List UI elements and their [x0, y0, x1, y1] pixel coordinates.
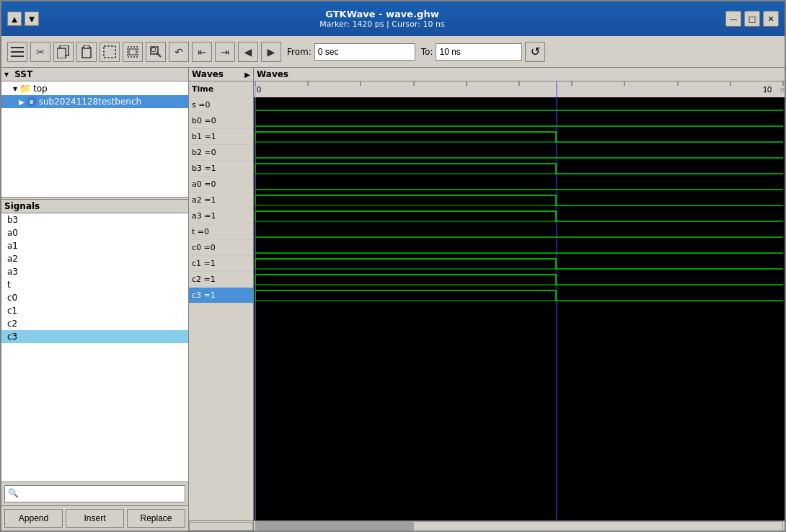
main-window: ▲ ▼ GTKWave - wave.ghw Marker: 1420 ps |… — [0, 0, 786, 532]
wave-canvas[interactable] — [254, 81, 785, 520]
from-label: From: — [287, 47, 312, 57]
replace-button[interactable]: Replace — [127, 509, 185, 528]
sig-row-t[interactable]: t =0 — [189, 224, 253, 240]
maximize-btn[interactable]: □ — [744, 11, 760, 27]
signal-item-t[interactable]: t — [1, 278, 188, 291]
sig-row-a3[interactable]: a3 =1 — [189, 208, 253, 224]
svg-rect-2 — [11, 56, 24, 57]
bottom-scroll — [189, 520, 785, 531]
search-wrapper: 🔍 — [4, 485, 185, 502]
search-area: 🔍 — [1, 482, 188, 505]
minimize-btn[interactable]: — — [725, 11, 741, 27]
sig-row-b2[interactable]: b2 =0 — [189, 145, 253, 161]
menu-btn[interactable] — [7, 42, 27, 62]
prev-btn[interactable]: ◀ — [238, 42, 258, 62]
right-panel: Waves ▶ Time s =0 b0 =0 b1 =1 b2 =0 b3 =… — [189, 68, 785, 531]
sig-row-b3[interactable]: b3 =1 — [189, 161, 253, 177]
sig-row-a0[interactable]: a0 =0 — [189, 177, 253, 192]
svg-rect-5 — [82, 48, 91, 58]
refresh-btn[interactable]: ↺ — [525, 42, 545, 62]
sst-expand-icon[interactable]: ▾ — [13, 84, 17, 94]
signals-list-header: Signals — [1, 200, 188, 213]
zoom-fit-btn[interactable] — [123, 42, 143, 62]
copy-icon — [57, 45, 70, 58]
window-subtitle: Marker: 1420 ps | Cursor: 10 ns — [39, 19, 725, 29]
signal-item-c1[interactable]: c1 — [1, 304, 188, 317]
time-row: Time — [189, 81, 253, 97]
right-panel-inner: Waves ▶ Time s =0 b0 =0 b1 =1 b2 =0 b3 =… — [189, 68, 785, 520]
sig-row-c1[interactable]: c1 =1 — [189, 256, 253, 272]
to-label: To: — [421, 47, 433, 57]
time-label: Time — [192, 84, 213, 94]
search-icon: 🔍 — [8, 488, 19, 498]
sig-row-b1[interactable]: b1 =1 — [189, 129, 253, 145]
svg-rect-6 — [84, 45, 89, 48]
waves-label: Waves — [257, 69, 288, 79]
copy-btn[interactable] — [53, 42, 74, 62]
sst-label: SST — [14, 69, 32, 79]
svg-rect-0 — [11, 47, 24, 48]
svg-rect-4 — [57, 48, 66, 58]
signal-item-c3[interactable]: c3 — [1, 330, 188, 343]
sig-row-c0[interactable]: c0 =0 — [189, 240, 253, 256]
sst-item-sub[interactable]: ▶ e sub20241128testbench — [1, 95, 188, 108]
signal-item-c0[interactable]: c0 — [1, 291, 188, 304]
sst-collapse-icon[interactable]: ▾ — [4, 69, 9, 79]
sig-row-c2[interactable]: c2 =1 — [189, 272, 253, 288]
entity-icon: e — [27, 97, 37, 107]
close-btn[interactable]: ✕ — [763, 11, 779, 27]
folder-icon: 📁 — [19, 83, 31, 94]
waves-body[interactable] — [254, 81, 785, 520]
signal-item-c2[interactable]: c2 — [1, 317, 188, 330]
cut-btn[interactable]: ✂ — [30, 42, 50, 62]
sst-panel: ▾ SST ▾ 📁 top ▶ e sub20241128testbench — [1, 68, 189, 531]
signal-item-a2[interactable]: a2 — [1, 252, 188, 265]
zoom-select-icon — [149, 45, 162, 58]
sig-row-s[interactable]: s =0 — [189, 97, 253, 113]
undo-btn[interactable]: ↶ — [169, 42, 189, 62]
titlebar-left: ▲ ▼ — [7, 12, 39, 26]
from-input[interactable] — [314, 43, 415, 61]
zoom-select-btn[interactable] — [146, 42, 166, 62]
signal-item-a1[interactable]: a1 — [1, 239, 188, 252]
goto-start-btn[interactable]: ⇤ — [192, 42, 212, 62]
sst-item-top-label: top — [33, 84, 48, 94]
signals-col-body: Time s =0 b0 =0 b1 =1 b2 =0 b3 =1 a0 =0 … — [189, 81, 253, 520]
goto-end-btn[interactable]: ⇥ — [215, 42, 235, 62]
zoom-fit-icon — [126, 45, 139, 58]
signal-item-a3[interactable]: a3 — [1, 265, 188, 278]
signals-col-header: Waves ▶ — [189, 68, 253, 81]
paste-icon — [81, 45, 92, 58]
sig-row-c3[interactable]: c3 =1 — [189, 288, 253, 303]
paste-btn[interactable] — [76, 42, 97, 62]
to-input[interactable] — [436, 43, 522, 61]
svg-rect-1 — [11, 51, 24, 53]
titlebar-center: GTKWave - wave.ghw Marker: 1420 ps | Cur… — [39, 9, 725, 29]
search-input[interactable] — [4, 485, 185, 502]
sst-tree[interactable]: ▾ 📁 top ▶ e sub20241128testbench — [1, 81, 188, 197]
svg-rect-7 — [104, 46, 115, 58]
signals-col-title: Waves — [192, 69, 224, 79]
toolbar: ✂ — [1, 36, 785, 68]
titlebar-controls: — □ ✕ — [725, 11, 779, 27]
append-button[interactable]: Append — [4, 509, 63, 528]
signal-item-a0[interactable]: a0 — [1, 226, 188, 239]
svg-point-12 — [151, 48, 156, 52]
waves-header: Waves — [254, 68, 785, 81]
scroll-up-btn[interactable]: ▲ — [7, 12, 22, 26]
titlebar: ▲ ▼ GTKWave - wave.ghw Marker: 1420 ps |… — [1, 1, 785, 36]
insert-button[interactable]: Insert — [66, 509, 124, 528]
scroll-down-btn[interactable]: ▼ — [25, 12, 39, 26]
sst-item-top[interactable]: ▾ 📁 top — [1, 81, 188, 95]
signal-item-b3[interactable]: b3 — [1, 213, 188, 226]
next-btn[interactable]: ▶ — [261, 42, 281, 62]
sig-row-b0[interactable]: b0 =0 — [189, 113, 253, 129]
svg-rect-9 — [129, 49, 136, 55]
main-area: ▾ SST ▾ 📁 top ▶ e sub20241128testbench — [1, 68, 785, 531]
action-buttons: Append Insert Replace — [1, 505, 188, 531]
select-all-btn[interactable] — [100, 42, 120, 62]
signals-col-arrow: ▶ — [244, 71, 250, 79]
signals-list[interactable]: b3 a0 a1 a2 a3 t c0 c1 c2 c3 — [1, 213, 188, 482]
sig-row-a2[interactable]: a2 =1 — [189, 192, 253, 208]
signals-col: Waves ▶ Time s =0 b0 =0 b1 =1 b2 =0 b3 =… — [189, 68, 254, 520]
